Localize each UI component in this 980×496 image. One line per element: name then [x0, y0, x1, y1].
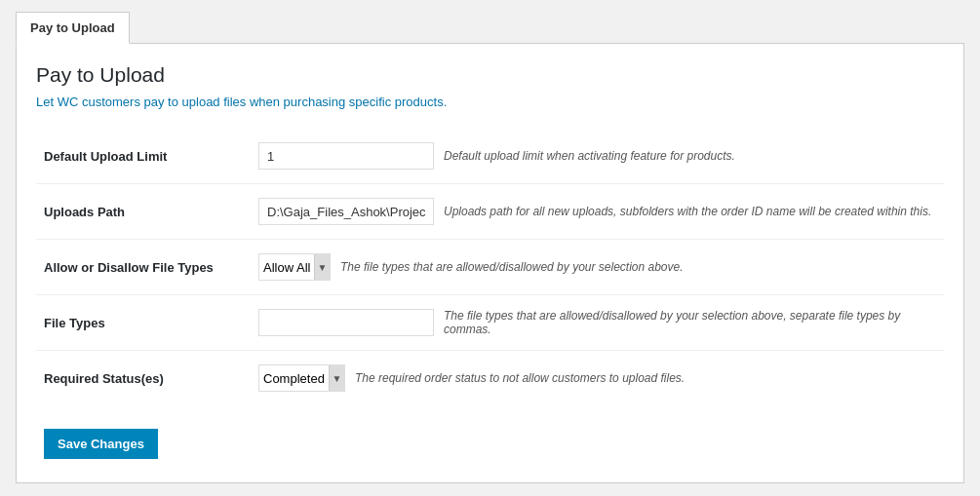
- uploads-path-input[interactable]: [258, 198, 434, 225]
- row-uploads-path: Uploads Path Uploads path for all new up…: [36, 184, 944, 240]
- required-status-select-wrapper: Completed Processing On Hold Pending ▼: [258, 364, 345, 392]
- row-allow-disallow: Allow or Disallow File Types Allow All A…: [36, 240, 944, 295]
- required-status-arrow-icon: ▼: [329, 365, 344, 391]
- label-allow-disallow: Allow or Disallow File Types: [36, 240, 251, 295]
- row-upload-limit: Default Upload Limit Default upload limi…: [36, 129, 944, 184]
- upload-limit-input[interactable]: [258, 142, 434, 170]
- settings-table: Default Upload Limit Default upload limi…: [36, 129, 944, 405]
- label-required-status: Required Status(es): [36, 351, 251, 406]
- field-file-types: The file types that are allowed/disallow…: [251, 295, 944, 351]
- label-file-types: File Types: [36, 295, 251, 351]
- uploads-path-hint: Uploads path for all new uploads, subfol…: [444, 205, 931, 218]
- row-required-status: Required Status(es) Completed Processing…: [36, 351, 944, 406]
- allow-disallow-select[interactable]: Allow All Allow Disallow: [259, 254, 314, 280]
- page-subtitle: Let WC customers pay to upload files whe…: [36, 95, 944, 109]
- allow-disallow-hint: The file types that are allowed/disallow…: [340, 260, 684, 274]
- required-status-select[interactable]: Completed Processing On Hold Pending: [259, 365, 329, 391]
- page-title: Pay to Upload: [36, 63, 944, 87]
- page-wrapper: Pay to Upload Pay to Upload Let WC custo…: [0, 0, 980, 495]
- label-uploads-path: Uploads Path: [36, 184, 251, 240]
- required-status-hint: The required order status to not allow c…: [355, 371, 685, 385]
- allow-disallow-arrow-icon: ▼: [314, 254, 330, 280]
- field-allow-disallow: Allow All Allow Disallow ▼ The file type…: [251, 240, 944, 295]
- row-file-types: File Types The file types that are allow…: [36, 295, 944, 351]
- content-box: Pay to Upload Let WC customers pay to up…: [16, 44, 964, 483]
- field-uploads-path: Uploads path for all new uploads, subfol…: [251, 184, 944, 240]
- upload-limit-hint: Default upload limit when activating fea…: [444, 149, 735, 163]
- tab-bar: Pay to Upload: [16, 12, 964, 44]
- allow-disallow-select-wrapper: Allow All Allow Disallow ▼: [258, 253, 331, 281]
- file-types-hint: The file types that are allowed/disallow…: [444, 309, 936, 336]
- tab-pay-to-upload[interactable]: Pay to Upload: [16, 12, 130, 44]
- label-upload-limit: Default Upload Limit: [36, 129, 251, 184]
- save-button[interactable]: Save Changes: [44, 429, 158, 459]
- file-types-input[interactable]: [258, 309, 434, 336]
- field-upload-limit: Default upload limit when activating fea…: [251, 129, 944, 184]
- field-required-status: Completed Processing On Hold Pending ▼ T…: [251, 351, 944, 406]
- save-row: Save Changes: [36, 405, 944, 459]
